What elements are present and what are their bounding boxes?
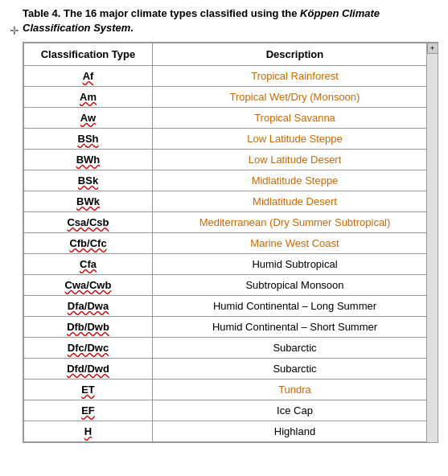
cell-type: BSk xyxy=(24,170,153,191)
table-row: EFIce Cap xyxy=(24,400,438,421)
cell-description: Subarctic xyxy=(153,359,438,380)
move-handle[interactable]: ✛ xyxy=(8,24,21,37)
cell-description: Mediterranean (Dry Summer Subtropical) xyxy=(153,212,438,233)
page-wrapper: ✛ Table 4. The 16 major climate types cl… xyxy=(0,0,448,449)
cell-type: Cwa/Cwb xyxy=(24,275,153,296)
cell-type: H xyxy=(24,421,153,442)
cell-type: Cfa xyxy=(24,254,153,275)
cell-type: Dfa/Dwa xyxy=(24,296,153,317)
cell-type: Dfc/Dwc xyxy=(24,338,153,359)
table-row: Csa/CsbMediterranean (Dry Summer Subtrop… xyxy=(24,212,438,233)
cell-type: Af xyxy=(24,66,153,87)
climate-table: Classification Type Description AfTropic… xyxy=(23,43,438,442)
cell-type: Cfb/Cfc xyxy=(24,233,153,254)
cell-description: Subarctic xyxy=(153,338,438,359)
cell-type: Csa/Csb xyxy=(24,212,153,233)
cell-description: Ice Cap xyxy=(153,400,438,421)
cell-description: Tropical Rainforest xyxy=(153,66,438,87)
table-row: BSkMidlatitude Steppe xyxy=(24,170,438,191)
table-row: BWhLow Latitude Desert xyxy=(24,150,438,170)
table-header-row: Classification Type Description xyxy=(24,43,438,66)
table-row: Cfb/CfcMarine West Coast xyxy=(24,233,438,254)
cell-description: Humid Continental – Long Summer xyxy=(153,296,438,317)
cell-type: BWh xyxy=(24,150,153,170)
table-row: Dfb/DwbHumid Continental – Short Summer xyxy=(24,317,438,338)
table-row: BWkMidlatitude Desert xyxy=(24,191,438,212)
table-row: AfTropical Rainforest xyxy=(24,66,438,87)
cell-description: Low Latitude Desert xyxy=(153,150,438,170)
table-row: CfaHumid Subtropical xyxy=(24,254,438,275)
cell-description: Midlatitude Desert xyxy=(153,191,438,212)
cell-type: Dfd/Dwd xyxy=(24,359,153,380)
cell-type: EF xyxy=(24,400,153,421)
scrollbar-up[interactable]: + xyxy=(427,43,438,54)
cell-description: Highland xyxy=(153,421,438,442)
table-row: Cwa/CwbSubtropical Monsoon xyxy=(24,275,438,296)
cell-type: Dfb/Dwb xyxy=(24,317,153,338)
header-classification-type: Classification Type xyxy=(24,43,153,66)
cell-description: Tropical Wet/Dry (Monsoon) xyxy=(153,87,438,108)
cell-description: Tundra xyxy=(153,380,438,400)
table-row: Dfd/DwdSubarctic xyxy=(24,359,438,380)
cell-description: Humid Subtropical xyxy=(153,254,438,275)
cell-description: Low Latitude Steppe xyxy=(153,129,438,150)
cell-type: BWk xyxy=(24,191,153,212)
cell-type: Aw xyxy=(24,108,153,129)
table-row: AmTropical Wet/Dry (Monsoon) xyxy=(24,87,438,108)
table-row: Dfa/DwaHumid Continental – Long Summer xyxy=(24,296,438,317)
cell-type: BSh xyxy=(24,129,153,150)
cell-description: Midlatitude Steppe xyxy=(153,170,438,191)
cell-description: Tropical Savanna xyxy=(153,108,438,129)
cell-type: Am xyxy=(24,87,153,108)
table-row: BShLow Latitude Steppe xyxy=(24,129,438,150)
table-body: AfTropical RainforestAmTropical Wet/Dry … xyxy=(24,66,438,442)
climate-table-container: Classification Type Description AfTropic… xyxy=(23,42,438,443)
table-row: HHighland xyxy=(24,421,438,442)
header-description: Description xyxy=(153,43,438,66)
table-row: ETTundra xyxy=(24,380,438,400)
table-caption: Table 4. The 16 major climate types clas… xyxy=(23,6,438,35)
scrollbar[interactable]: + xyxy=(426,43,438,442)
cell-description: Marine West Coast xyxy=(153,233,438,254)
table-row: Dfc/DwcSubarctic xyxy=(24,338,438,359)
cell-description: Humid Continental – Short Summer xyxy=(153,317,438,338)
cell-type: ET xyxy=(24,380,153,400)
table-row: AwTropical Savanna xyxy=(24,108,438,129)
cell-description: Subtropical Monsoon xyxy=(153,275,438,296)
